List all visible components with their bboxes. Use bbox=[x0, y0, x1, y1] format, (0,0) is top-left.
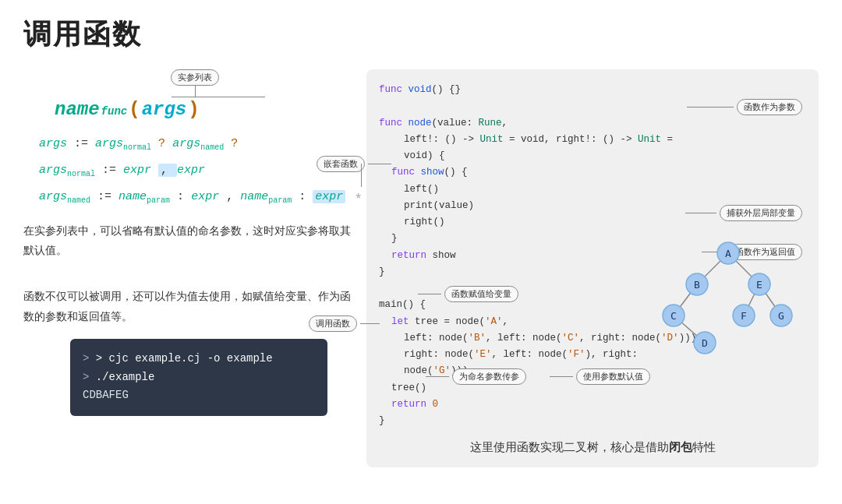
code-line-8: } bbox=[379, 231, 706, 247]
ann-func-as-param: 函数作为参数 bbox=[687, 99, 802, 115]
ann-call-func: 调用函数 bbox=[309, 315, 380, 332]
ann-nested-func: 嵌套函数 bbox=[317, 156, 391, 172]
svg-text:E: E bbox=[756, 279, 762, 291]
ann-func-assign: 函数赋值给变量 bbox=[418, 286, 518, 302]
code-line-17: } bbox=[379, 413, 706, 429]
code-line-7: right() bbox=[379, 214, 706, 231]
terminal-block: > > cjc example.cj -o example > ./exampl… bbox=[70, 339, 327, 416]
code-line-4: func show() { bbox=[379, 164, 706, 181]
capture-bubble: 捕获外层局部变量 bbox=[720, 205, 802, 221]
right-panel: func void() {} func node(value: Rune, le… bbox=[366, 69, 819, 467]
formula-rparen: ) bbox=[188, 99, 199, 120]
main-content: 实参列表 name func ( args ) args := args bbox=[23, 69, 819, 467]
code-line-12: let tree = node('A', bbox=[379, 314, 706, 330]
formula-args: args bbox=[142, 99, 187, 120]
named-param-bubble: 为命名参数传参 bbox=[452, 368, 526, 385]
code-line-13: left: node('B', left: node('C', right: n… bbox=[379, 330, 706, 347]
svg-text:F: F bbox=[741, 310, 747, 322]
svg-text:A: A bbox=[725, 248, 731, 259]
nested-func-bubble: 嵌套函数 bbox=[317, 156, 365, 172]
call-func-bubble: 调用函数 bbox=[309, 315, 357, 332]
func-as-param-bubble: 函数作为参数 bbox=[737, 99, 802, 115]
code-line-10: } bbox=[379, 264, 706, 280]
terminal-line-2: > ./example bbox=[83, 368, 315, 387]
code-line-9: return show bbox=[379, 248, 706, 264]
grammar-lines: args := argsnormal ? argsnamed ? argsnor… bbox=[23, 132, 351, 209]
syntax-annotation-area: 实参列表 name func ( args ) args := args bbox=[23, 69, 351, 209]
code-line-5: left() bbox=[379, 182, 706, 198]
code-line-6: print(value) bbox=[379, 198, 706, 214]
left-panel: 实参列表 name func ( args ) args := args bbox=[23, 69, 351, 467]
terminal-output: CDBAFEG bbox=[83, 386, 315, 405]
page-title: 调用函数 bbox=[23, 16, 819, 54]
bottom-note: 这里使用函数实现二叉树，核心是借助闭包特性 bbox=[379, 440, 806, 455]
code-line-1: func void() {} bbox=[379, 82, 706, 98]
svg-text:C: C bbox=[670, 310, 677, 322]
syntax-formula: name func ( args ) bbox=[23, 99, 351, 120]
ann-named-param: 为命名参数传参 bbox=[426, 368, 526, 385]
formula-lparen: ( bbox=[129, 99, 140, 120]
svg-text:D: D bbox=[702, 337, 708, 349]
shicanjiebian-bubble: 实参列表 bbox=[171, 69, 219, 86]
code-line-3: left!: () -> Unit = void, right!: () -> … bbox=[379, 132, 706, 165]
desc-text-2: 函数不仅可以被调用，还可以作为值去使用，如赋值给变量、作为函数的参数和返回值等。 bbox=[23, 287, 351, 326]
svg-text:G: G bbox=[778, 310, 784, 322]
ann-default-param: 使用参数默认值 bbox=[550, 368, 650, 385]
func-assign-bubble: 函数赋值给变量 bbox=[444, 286, 518, 302]
default-param-bubble: 使用参数默认值 bbox=[576, 368, 650, 385]
code-line-16: return 0 bbox=[379, 397, 706, 413]
formula-name: name bbox=[55, 99, 100, 120]
formula-sub: func bbox=[101, 105, 128, 118]
code-annotation-wrapper: func void() {} func node(value: Rune, le… bbox=[379, 82, 806, 429]
code-line-2: func node(value: Rune, bbox=[379, 115, 706, 132]
svg-text:B: B bbox=[694, 279, 700, 291]
ann-capture: 捕获外层局部变量 bbox=[685, 205, 802, 221]
desc-text-1: 在实参列表中，可以省略有默认值的命名参数，这时对应实参将取其默认值。 bbox=[23, 221, 351, 260]
terminal-line-1: > > cjc example.cj -o example bbox=[83, 350, 315, 368]
code-line-blank1 bbox=[379, 98, 706, 115]
tree-diagram: A B E C F G D bbox=[658, 238, 798, 365]
